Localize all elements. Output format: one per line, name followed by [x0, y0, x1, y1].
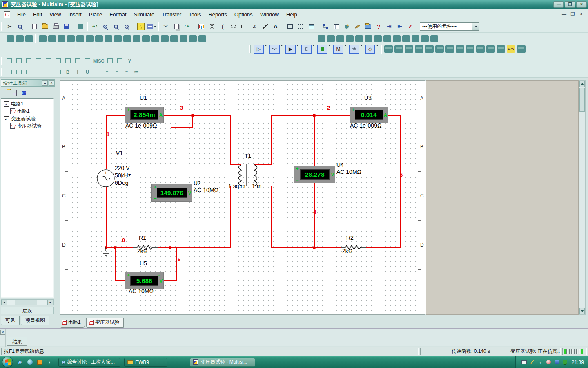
- scroll-down-icon[interactable]: [579, 308, 585, 314]
- power-icon[interactable]: ◇: [365, 45, 375, 54]
- bode-plotter-icon[interactable]: [435, 45, 444, 53]
- component-group-transistor[interactable]: [301, 45, 315, 54]
- part-slot[interactable]: [161, 35, 169, 42]
- part-slot[interactable]: [421, 35, 429, 42]
- component-group-misc[interactable]: M: [333, 45, 347, 54]
- rectangle-icon[interactable]: [239, 22, 249, 31]
- arc-icon[interactable]: (: [218, 22, 227, 31]
- wire[interactable]: [271, 115, 350, 116]
- wire[interactable]: [230, 115, 231, 165]
- indicator-icon[interactable]: [349, 45, 359, 54]
- mdi-close-button[interactable]: ×: [578, 11, 585, 18]
- source-phase-label[interactable]: 0Deg: [115, 180, 128, 186]
- meter-setting-label[interactable]: AC 1e-009Ω: [350, 122, 381, 129]
- bold-icon[interactable]: B: [64, 68, 72, 76]
- ac-source-V1[interactable]: + −: [96, 169, 115, 188]
- menu-window[interactable]: Window: [256, 10, 283, 19]
- sheet-tab-变压器试验[interactable]: 变压器试验: [86, 318, 124, 328]
- net-label[interactable]: 5: [400, 172, 403, 178]
- schematic-canvas[interactable]: ABCD ABCD: [60, 80, 425, 315]
- wire[interactable]: [192, 115, 230, 116]
- wire[interactable]: [271, 115, 272, 165]
- net-label[interactable]: 1: [107, 131, 109, 137]
- text-edit-icon[interactable]: Te: [22, 90, 26, 96]
- taskbar-task[interactable]: e综合讨论 - 工控人家...: [58, 358, 120, 367]
- toolbox-tab-项目视图[interactable]: 项目视图: [21, 316, 49, 325]
- align-right-icon[interactable]: ≡: [122, 68, 131, 76]
- part-slot[interactable]: [170, 35, 178, 42]
- part-slot[interactable]: [133, 35, 140, 42]
- part-slot[interactable]: [336, 35, 344, 42]
- color-settings-icon[interactable]: [196, 22, 206, 31]
- chevron-down-icon[interactable]: [312, 46, 315, 52]
- toolbox-horizontal-scrollbar[interactable]: ◂ ▸: [1, 299, 54, 305]
- net-label[interactable]: 2: [327, 105, 330, 111]
- taskbar-clock[interactable]: 21:39: [572, 359, 584, 365]
- web-icon[interactable]: [93, 68, 101, 76]
- desktop-icon[interactable]: [27, 359, 33, 366]
- refdes-label[interactable]: U3: [364, 94, 372, 101]
- underline-icon[interactable]: U: [83, 68, 91, 76]
- zoom-in-icon[interactable]: +: [100, 22, 110, 31]
- window-close-button[interactable]: ×: [576, 1, 587, 8]
- wire-junction[interactable]: [169, 246, 172, 249]
- picture-frame-icon[interactable]: [142, 68, 150, 76]
- part-slot[interactable]: [142, 35, 150, 42]
- taskbar-task[interactable]: EWB9: [124, 358, 167, 367]
- part-slot[interactable]: [402, 35, 410, 42]
- part-slot[interactable]: [48, 35, 56, 42]
- iv-analyzer-icon[interactable]: [486, 45, 495, 53]
- refdes-label[interactable]: V1: [116, 150, 123, 156]
- scroll-right-icon[interactable]: ▸: [47, 300, 53, 305]
- misc-icon[interactable]: M: [333, 45, 343, 54]
- wire[interactable]: [171, 127, 192, 128]
- toolbar-grip[interactable]: [3, 34, 4, 43]
- tree-item[interactable]: ✓电路1: [1, 100, 53, 108]
- clipboard-doc-icon[interactable]: [44, 68, 52, 76]
- part-slot[interactable]: [318, 35, 325, 42]
- scrollbar-thumb[interactable]: [579, 88, 585, 112]
- toolbar-grip[interactable]: [1, 68, 2, 76]
- ttl-gate-icon[interactable]: [54, 57, 62, 65]
- combo-dropdown-button[interactable]: [472, 23, 479, 30]
- transformer-primary-label[interactable]: 1 sq.m: [228, 183, 245, 189]
- voltmeter-U4[interactable]: + − 28.278 V: [294, 166, 335, 183]
- antenna-icon[interactable]: Y: [126, 57, 134, 65]
- wire[interactable]: [106, 187, 107, 248]
- align-center-icon[interactable]: ≡: [113, 68, 121, 76]
- part-slot[interactable]: [180, 35, 187, 42]
- part-slot[interactable]: [123, 35, 131, 42]
- sheet-properties-icon[interactable]: [16, 90, 17, 96]
- wire[interactable]: [314, 115, 315, 166]
- transformer-secondary-label[interactable]: 1 m: [252, 183, 261, 189]
- four-channel-scope-icon[interactable]: [425, 45, 434, 53]
- resistor-icon[interactable]: [24, 57, 33, 65]
- logic-converter-icon[interactable]: [476, 45, 485, 53]
- panel-close-button[interactable]: x: [49, 80, 54, 86]
- chevron-icon[interactable]: ›: [46, 359, 53, 366]
- net-label[interactable]: 3: [180, 105, 183, 111]
- menu-options[interactable]: Options: [231, 10, 256, 19]
- wire[interactable]: [314, 183, 315, 248]
- security-icon[interactable]: [554, 359, 559, 365]
- menu-edit[interactable]: Edit: [29, 10, 46, 19]
- subcircuit-icon[interactable]: [285, 22, 295, 31]
- tree-item[interactable]: ✓变压器试验: [1, 115, 53, 122]
- wire[interactable]: [171, 127, 172, 184]
- toolbox-tab-可见[interactable]: 可见: [1, 316, 20, 325]
- wire-junction[interactable]: [313, 114, 316, 117]
- component-group-indicator[interactable]: [349, 45, 363, 54]
- selection-box-icon[interactable]: [296, 22, 305, 31]
- source-value-label[interactable]: 220 V: [115, 165, 130, 171]
- wire[interactable]: [115, 280, 125, 281]
- title-bar[interactable]: 变压器试验 - Multisim - [变压器试验] —❐×: [0, 0, 588, 9]
- diode-icon[interactable]: [15, 57, 23, 65]
- line-icon[interactable]: [260, 22, 270, 31]
- part-slot[interactable]: [16, 35, 24, 42]
- component-group-analog[interactable]: [317, 45, 331, 54]
- logic-analyzer-icon[interactable]: [466, 45, 474, 53]
- ground-icon[interactable]: [5, 57, 13, 65]
- battery-tester-icon[interactable]: 1.4v: [507, 45, 515, 53]
- internet-explorer-icon[interactable]: e: [17, 359, 23, 366]
- cut-icon[interactable]: ✂: [161, 22, 171, 31]
